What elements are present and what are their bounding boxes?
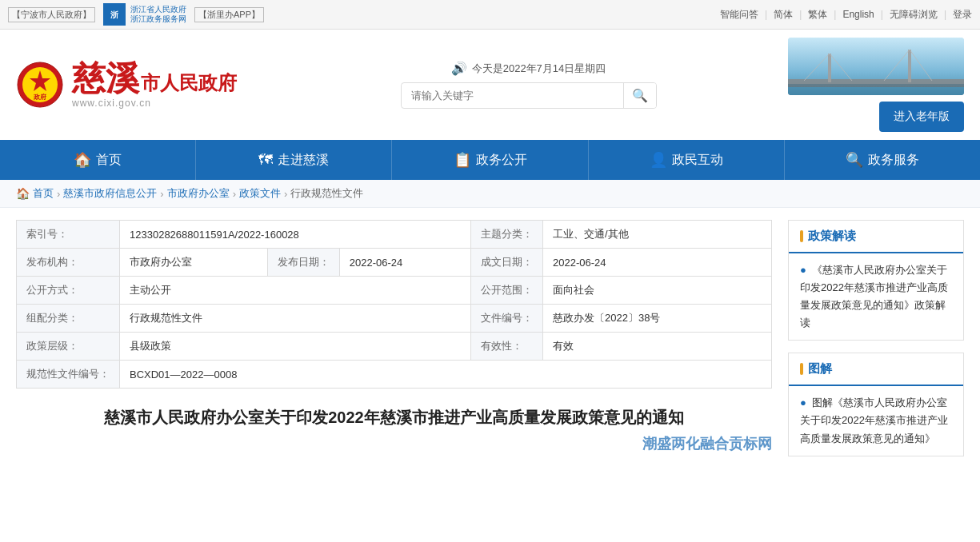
value-made-date: 2022-06-24 [542, 249, 771, 277]
label-policy-level: 政策层级： [17, 333, 120, 361]
value-open-scope: 面向社会 [542, 277, 771, 305]
sidebar-illustration-section: 图解 ● 图解《慈溪市人民政府办公室关于印发2022年慈溪市推进产业高质量发展政… [788, 353, 964, 456]
nav-cixi[interactable]: 🗺 走进慈溪 [196, 140, 392, 180]
nav-home-label: 首页 [96, 152, 122, 169]
value-open-method: 主动公开 [120, 277, 471, 305]
home-icon: 🏠 [74, 151, 91, 169]
zj-logo-text: 浙江省人民政府 浙江政务服务网 [130, 5, 186, 24]
top-bar-right: 智能问答 | 简体 | 繁体 | English | 无障碍浏览 | 登录 [720, 8, 972, 22]
gov-title-cixi: 慈溪 [72, 62, 139, 95]
label-made-date: 成文日期： [470, 249, 542, 277]
breadcrumb-policy[interactable]: 政策文件 [239, 186, 281, 201]
login-link[interactable]: 登录 [953, 8, 972, 22]
header-logo-area: 政府 慈溪 市人民政府 www.cixi.gov.cn [16, 61, 237, 109]
zj-logo-area: 浙 浙江省人民政府 浙江政务服务网 [103, 3, 186, 26]
main-nav: 🏠 首页 🗺 走进慈溪 📋 政务公开 👤 政民互动 🔍 政务服务 [0, 140, 980, 180]
nav-cixi-label: 走进慈溪 [278, 152, 329, 169]
ai-link[interactable]: 智能问答 [720, 8, 758, 22]
sidebar-illustration-content: ● 图解《慈溪市人民政府办公室关于印发2022年慈溪市推进产业高质量发展政策意见… [789, 386, 963, 455]
search-input[interactable] [402, 85, 623, 106]
header-right-area: 慈溪 [788, 38, 964, 132]
label-category: 组配分类： [17, 305, 120, 333]
ningbo-link[interactable]: 【宁波市人民政府】 [8, 7, 95, 22]
watermark-text: 潮盛两化融合贡标网 [16, 434, 772, 453]
info-table: 索引号： 12330282688011591A/2022-160028 主题分类… [16, 220, 772, 389]
header-bridge-image: 慈溪 [788, 38, 964, 95]
search-bar: 🔍 [401, 82, 657, 109]
sidebar-policy-content: ● 《慈溪市人民政府办公室关于印发2022年慈溪市推进产业高质量发展政策意见的通… [789, 253, 963, 340]
accessible-link[interactable]: 无障碍浏览 [890, 8, 938, 22]
value-policy-level: 县级政策 [120, 333, 471, 361]
traditional-link[interactable]: 繁体 [808, 8, 827, 22]
svg-rect-8 [788, 84, 964, 87]
value-validity: 有效 [542, 333, 771, 361]
breadcrumb-home-icon: 🏠 [16, 187, 30, 200]
svg-rect-15 [788, 87, 964, 95]
table-row: 规范性文件编号： BCXD01—2022—0008 [17, 361, 772, 389]
header-center: 🔊 今天是2022年7月14日星期四 🔍 [269, 61, 788, 109]
svg-rect-7 [788, 79, 964, 84]
sidebar-policy-title: 政策解读 [789, 221, 963, 253]
table-row: 发布机构： 市政府办公室 发布日期： 2022-06-24 成文日期： 2022… [17, 249, 772, 277]
date-text: 今天是2022年7月14日星期四 [472, 62, 606, 76]
label-index: 索引号： [17, 221, 120, 249]
clipboard-icon: 📋 [454, 151, 471, 169]
label-open-method: 公开方式： [17, 277, 120, 305]
nav-service[interactable]: 🔍 政务服务 [785, 140, 980, 180]
top-bar-left: 【宁波市人民政府】 浙 浙江省人民政府 浙江政务服务网 【浙里办APP】 [8, 3, 264, 26]
breadcrumb-current: 行政规范性文件 [290, 186, 363, 201]
breadcrumb-info[interactable]: 慈溪市政府信息公开 [63, 186, 157, 201]
label-open-scope: 公开范围： [470, 277, 542, 305]
english-link[interactable]: English [842, 9, 874, 20]
person-icon: 👤 [650, 151, 667, 169]
map-icon: 🗺 [258, 152, 273, 169]
sidebar: 政策解读 ● 《慈溪市人民政府办公室关于印发2022年慈溪市推进产业高质量发展政… [788, 220, 964, 468]
value-topic: 工业、交通/其他 [542, 221, 771, 249]
top-bar: 【宁波市人民政府】 浙 浙江省人民政府 浙江政务服务网 【浙里办APP】 智能问… [0, 0, 980, 30]
value-doc-no: 慈政办发〔2022〕38号 [542, 305, 771, 333]
svg-text:政府: 政府 [33, 93, 46, 101]
content-area: 索引号： 12330282688011591A/2022-160028 主题分类… [16, 220, 772, 468]
elderly-button[interactable]: 进入老年版 [879, 102, 964, 132]
label-norm-no: 规范性文件编号： [17, 361, 120, 389]
label-pub-date: 发布日期： [267, 249, 339, 277]
table-row: 组配分类： 行政规范性文件 文件编号： 慈政办发〔2022〕38号 [17, 305, 772, 333]
search-button[interactable]: 🔍 [623, 83, 656, 108]
gov-url: www.cixi.gov.cn [72, 98, 237, 109]
dot-icon: ● [800, 264, 806, 276]
sidebar-illustration-title: 图解 [789, 353, 963, 386]
gov-emblem: 政府 [16, 61, 64, 109]
nav-service-label: 政务服务 [868, 152, 919, 169]
main-wrapper: 索引号： 12330282688011591A/2022-160028 主题分类… [0, 208, 980, 480]
label-doc-no: 文件编号： [470, 305, 542, 333]
breadcrumb-home[interactable]: 首页 [33, 186, 54, 201]
svg-rect-9 [828, 54, 831, 82]
label-topic: 主题分类： [470, 221, 542, 249]
speaker-icon: 🔊 [451, 61, 467, 76]
sidebar-illustration-item-0[interactable]: 图解《慈溪市人民政府办公室关于印发2022年慈溪市推进产业高质量发展政策意见的通… [800, 397, 948, 444]
value-pub-date: 2022-06-24 [339, 249, 470, 277]
label-validity: 有效性： [470, 333, 542, 361]
nav-citizen[interactable]: 👤 政民互动 [589, 140, 785, 180]
nav-gov-affairs[interactable]: 📋 政务公开 [392, 140, 588, 180]
doc-title: 慈溪市人民政府办公室关于印发2022年慈溪市推进产业高质量发展政策意见的通知 [16, 405, 772, 430]
nav-home[interactable]: 🏠 首页 [0, 140, 196, 180]
emblem-icon: 政府 [16, 61, 64, 109]
nav-gov-affairs-label: 政务公开 [476, 152, 527, 169]
breadcrumb: 🏠 首页 › 慈溪市政府信息公开 › 市政府办公室 › 政策文件 › 行政规范性… [0, 180, 980, 208]
sidebar-policy-item-0[interactable]: 《慈溪市人民政府办公室关于印发2022年慈溪市推进产业高质量发展政策意见的通知》… [800, 264, 948, 329]
breadcrumb-office[interactable]: 市政府办公室 [167, 186, 230, 201]
table-row: 政策层级： 县级政策 有效性： 有效 [17, 333, 772, 361]
app-link[interactable]: 【浙里办APP】 [194, 7, 264, 22]
header: 政府 慈溪 市人民政府 www.cixi.gov.cn 🔊 今天是2022年7月… [0, 30, 980, 140]
value-org: 市政府办公室 [120, 249, 268, 277]
service-icon: 🔍 [846, 151, 863, 169]
zj-emblem-icon: 浙 [103, 3, 126, 26]
simple-link[interactable]: 简体 [774, 8, 793, 22]
sidebar-policy-section: 政策解读 ● 《慈溪市人民政府办公室关于印发2022年慈溪市推进产业高质量发展政… [788, 220, 964, 341]
value-norm-no: BCXD01—2022—0008 [120, 361, 772, 389]
label-org: 发布机构： [17, 249, 120, 277]
gov-title-area: 慈溪 市人民政府 www.cixi.gov.cn [72, 62, 237, 109]
table-row: 索引号： 12330282688011591A/2022-160028 主题分类… [17, 221, 772, 249]
value-category: 行政规范性文件 [120, 305, 471, 333]
